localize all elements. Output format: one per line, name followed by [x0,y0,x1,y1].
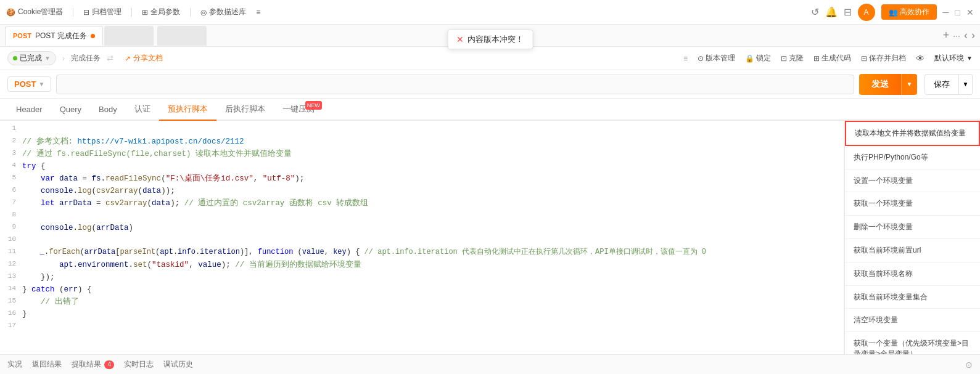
nav-divider-1 [73,8,73,17]
tab-next-button[interactable]: › [971,29,975,42]
menu-icon: ≡ [256,8,260,17]
code-editor[interactable]: 1 2 // 参考文档: https://v7-wiki.apipost.cn/… [0,121,844,354]
nav-divider-3 [190,8,191,17]
tab-prev-button[interactable]: ‹ [964,29,968,42]
nav-menu[interactable]: ≡ [256,8,260,17]
code-line-11: 11 _.forEach(arrData[parseInt(apt.info.i… [0,246,844,259]
close-icon[interactable]: ✕ [966,7,974,17]
tab-title: POST 完成任务 [35,31,87,41]
collab-button[interactable]: 👥 高效协作 [881,4,937,20]
tab-post-script[interactable]: 后执行脚本 [216,99,274,121]
share-icon: ↗ [125,54,131,63]
code-line-12: 12 apt.environment.set("taskid", value);… [0,259,844,271]
code-line-15: 15 // 出错了 [0,296,844,308]
lock-button[interactable]: 🔒 锁定 [745,53,771,63]
method-select[interactable]: POST ▼ [7,76,51,92]
share-button[interactable]: ↗ 分享文档 [125,53,163,63]
method-chevron: ▼ [38,81,44,87]
minimize-icon[interactable]: ─ [943,7,949,17]
right-panel-item-4[interactable]: 删除一个环境变量 [845,216,980,239]
version-mgmt-button[interactable]: ⊙ 版本管理 [698,53,735,63]
code-gen-button[interactable]: ⊞ 生成代码 [813,53,851,63]
code-line-3: 3 // 通过 fs.readFileSync(file,charset) 读取… [0,148,844,160]
request-bar: 已完成 ▼ › 完成任务 ⇄ ↗ 分享文档 ≡ ⊙ 版本管理 🔒 锁定 ⊡ 克隆 [0,47,980,70]
send-button[interactable]: 发送 [859,74,901,95]
bookmark-icon[interactable]: ⊟ [844,6,852,18]
tab-2[interactable] [104,26,154,46]
extract-badge: 4 [104,360,114,369]
right-panel-item-9[interactable]: 获取一个变量（优先级环境变量>目录变量>全局变量） [845,332,980,354]
code-line-10: 10 [0,234,844,246]
code-line-8: 8 [0,209,844,222]
status-badge[interactable]: 已完成 ▼ [7,51,56,65]
bottom-bar: 实况 返回结果 提取结果 4 实时日志 调试历史 ⊙ [0,354,980,374]
url-input[interactable] [56,75,854,94]
right-panel-item-3[interactable]: 获取一个环境变量 [845,192,980,216]
right-panel-item-5[interactable]: 获取当前环境前置url [845,239,980,262]
status-dot [13,56,17,60]
tab-pre-script[interactable]: 预执行脚本 [159,99,216,121]
request-bar-divider: › [62,54,65,63]
right-panel-item-8[interactable]: 清空环境变量 [845,309,980,332]
code-line-2: 2 // 参考文档: https://v7-wiki.apipost.cn/do… [0,136,844,148]
code-gen-icon: ⊞ [813,54,820,63]
code-line-13: 13 }); [0,271,844,283]
save-chevron-icon: ▼ [963,81,969,87]
bottom-tab-history[interactable]: 调试历史 [163,359,193,370]
save-button[interactable]: 保存 [924,74,959,95]
nav-archive[interactable]: ⊟ 归档管理 [83,7,121,17]
env-chevron: ▼ [966,55,973,62]
refresh-icon[interactable]: ↺ [811,6,819,18]
tab-body[interactable]: Body [90,99,126,121]
version-icon: ⊙ [698,54,704,63]
tab-bar: ✕ 内容版本冲突！ POST POST 完成任务 + ··· ‹ › [0,25,980,47]
send-dropdown-button[interactable]: ▼ [901,74,917,95]
code-line-6: 6 console.log(csv2array(data)); [0,185,844,197]
bell-icon[interactable]: 🔔 [825,6,838,18]
bottom-tab-live[interactable]: 实况 [7,359,22,370]
conflict-toast: ✕ 内容版本冲突！ [447,30,533,49]
right-panel-item-0[interactable]: 读取本地文件并将数据赋值给变量 [845,121,980,146]
param-desc-icon: ◎ [200,8,207,17]
nav-cookie[interactable]: 🍪 Cookie管理器 [6,7,63,17]
tab-dot [91,34,95,38]
tab-post-task[interactable]: POST POST 完成任务 [5,26,103,46]
tab-3[interactable] [157,26,207,46]
list-icon: ≡ [683,54,688,63]
tab-auth[interactable]: 认证 [126,99,159,121]
conflict-icon: ✕ [456,35,464,44]
code-line-17: 17 [0,320,844,333]
tab-add-button[interactable]: + [943,29,950,42]
bottom-tab-log[interactable]: 实时日志 [124,359,154,370]
nav-param-desc[interactable]: ◎ 参数描述库 [200,7,246,17]
code-line-1: 1 [0,123,844,136]
tab-header[interactable]: Header [7,99,51,121]
eye-icon[interactable]: 👁 [916,54,924,63]
clone-button[interactable]: ⊡ 克隆 [781,53,804,63]
bottom-right: ⊙ [965,360,973,370]
right-panel-item-2[interactable]: 设置一个环境变量 [845,169,980,193]
collab-icon: 👥 [889,8,898,17]
code-line-4: 4 try { [0,160,844,173]
tab-more-button[interactable]: ··· [953,31,960,41]
bottom-right-icon: ⊙ [965,360,973,370]
save-archive-button[interactable]: ⊟ 保存并归档 [861,53,906,63]
main-content: 1 2 // 参考文档: https://v7-wiki.apipost.cn/… [0,121,980,354]
env-selector[interactable]: 默认环境 ▼ [934,53,973,63]
maximize-icon[interactable]: □ [955,7,960,17]
cookie-icon: 🍪 [6,8,15,17]
tab-query[interactable]: Query [51,99,90,121]
save-dropdown-button[interactable]: ▼ [959,74,973,95]
tab-stress-test[interactable]: 一键压测 NEW [274,99,323,121]
bottom-tab-result[interactable]: 返回结果 [32,359,62,370]
nav-divider-2 [131,8,132,17]
nav-global-params[interactable]: ⊞ 全局参数 [142,7,180,17]
right-panel-item-1[interactable]: 执行PHP/Python/Go等 [845,146,980,169]
url-bar: POST ▼ 发送 ▼ 保存 ▼ [0,70,980,99]
right-panel-item-7[interactable]: 获取当前环境变量集合 [845,286,980,309]
save-archive-icon: ⊟ [861,54,867,63]
bottom-tab-extract[interactable]: 提取结果 4 [72,359,114,370]
avatar[interactable]: A [858,4,875,21]
right-panel-item-6[interactable]: 获取当前环境名称 [845,262,980,286]
right-actions: ≡ ⊙ 版本管理 🔒 锁定 ⊡ 克隆 ⊞ 生成代码 ⊟ 保存并归档 👁 [683,53,973,63]
